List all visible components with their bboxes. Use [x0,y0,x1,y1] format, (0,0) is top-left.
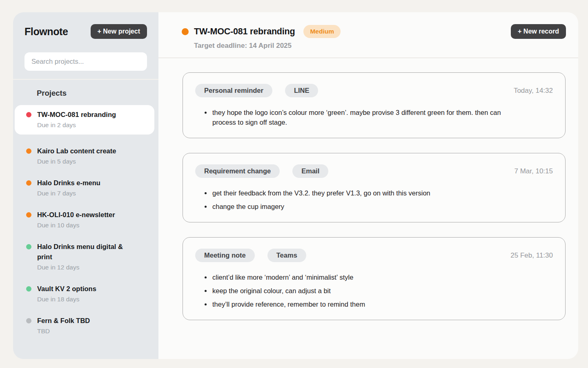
record-notes: get their feedback from the V3.2. they p… [195,188,553,211]
project-status-dot [26,212,31,218]
projects-section-title: Projects [37,89,154,98]
project-due: Due in 2 days [37,121,116,129]
project-status-dot [26,244,31,249]
project-due: Due in 12 days [37,263,139,272]
project-name: HK-OLI-010 e-newsletter [37,210,115,220]
app-window: Flownote + New project Projects TW-MOC-0… [13,12,578,359]
project-status-dot [26,148,31,154]
record-channel-tag: LINE [285,84,318,97]
record-note-item: keep the original colour, can adjust a b… [212,286,506,296]
project-header: TW-MOC-081 rebranding Medium + New recor… [158,12,578,58]
project-name: Halo Drinks menu digital & print [37,242,139,262]
project-status-dot [26,180,31,186]
record-timestamp: Today, 14:32 [514,87,553,95]
record-type-tag: Meeting note [195,249,255,262]
record-card: Meeting note Teams 25 Feb, 11:30 client’… [183,237,566,320]
record-timestamp: 25 Feb, 11:30 [510,251,553,260]
record-note-item: client’d like more ‘modern’ and ‘minimal… [212,272,506,282]
target-deadline: Target deadline: 14 April 2025 [194,42,566,50]
record-timestamp: 7 Mar, 10:15 [514,167,553,175]
record-note-item: they hope the logo icon’s colour more ‘g… [212,108,506,127]
record-note-item: get their feedback from the V3.2. they p… [212,188,506,198]
sidebar-item-fern-folk[interactable]: Fern & Folk TBD TBD [15,316,154,335]
project-name: Vault KV 2 options [37,284,96,294]
record-type-tag: Requirement change [195,164,280,178]
new-project-button[interactable]: + New project [91,24,147,39]
projects-section: Projects TW-MOC-081 rebranding Due in 2 … [13,80,158,359]
sidebar-item-hk-oli-010[interactable]: HK-OLI-010 e-newsletter Due in 10 days [15,210,154,229]
record-note-item: they’ll provide reference, remember to r… [212,299,506,309]
sidebar-item-kairo-lab[interactable]: Kairo Lab content create Due in 5 days [15,146,154,166]
main-panel: TW-MOC-081 rebranding Medium + New recor… [158,12,578,359]
project-due: Due in 7 days [37,189,100,197]
project-status-dot [182,28,189,35]
project-due: Due in 10 days [37,221,115,229]
project-status-dot [26,318,31,323]
project-name: Halo Drinks e-menu [37,178,100,188]
search-input[interactable] [24,52,147,71]
sidebar: Flownote + New project Projects TW-MOC-0… [13,12,158,359]
sidebar-item-halo-drinks-menu[interactable]: Halo Drinks menu digital & print Due in … [15,242,154,272]
sidebar-item-tw-moc-081[interactable]: TW-MOC-081 rebranding Due in 2 days [15,105,154,135]
sidebar-item-halo-drinks-emenu[interactable]: Halo Drinks e-menu Due in 7 days [15,178,154,197]
project-due: Due in 18 days [37,295,96,303]
record-card: Personal reminder LINE Today, 14:32 they… [183,72,566,138]
record-channel-tag: Email [292,164,328,178]
record-type-tag: Personal reminder [195,84,272,97]
project-name: TW-MOC-081 rebranding [37,110,116,120]
priority-badge: Medium [303,25,341,38]
project-status-dot [26,286,31,292]
project-name: Kairo Lab content create [37,146,116,156]
record-card: Requirement change Email 7 Mar, 10:15 ge… [183,153,566,222]
new-record-button[interactable]: + New record [511,24,566,39]
record-channel-tag: Teams [267,249,306,262]
record-note-item: change the cup imagery [212,202,506,211]
project-due: TBD [37,327,90,335]
project-name: Fern & Folk TBD [37,316,90,326]
record-list: Personal reminder LINE Today, 14:32 they… [158,58,578,320]
project-due: Due in 5 days [37,157,116,166]
record-notes: they hope the logo icon’s colour more ‘g… [195,108,553,127]
sidebar-item-vault-kv[interactable]: Vault KV 2 options Due in 18 days [15,284,154,303]
record-notes: client’d like more ‘modern’ and ‘minimal… [195,272,553,309]
project-status-dot [26,112,31,117]
sidebar-header: Flownote + New project [13,12,158,80]
page-title: TW-MOC-081 rebranding [194,27,295,37]
app-logo: Flownote [24,26,68,38]
